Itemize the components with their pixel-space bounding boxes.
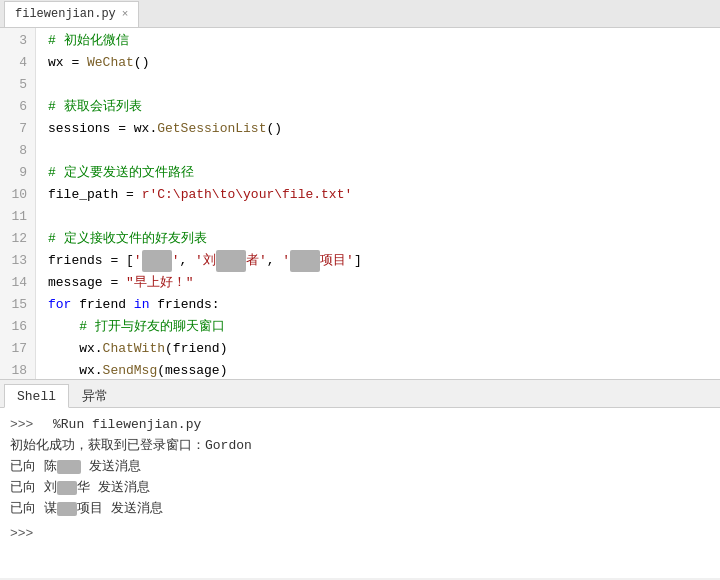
shell-run-line: >>> %Run filewenjian.py: [10, 414, 710, 435]
shell-output-3: 已向 刘华 发送消息: [10, 477, 710, 498]
panel-tabs: Shell 异常: [0, 380, 720, 408]
code-line-10: file_path = r'C:\path\to\your\file.txt': [48, 184, 720, 206]
shell-output-2: 已向 陈 发送消息: [10, 456, 710, 477]
shell-area[interactable]: >>> %Run filewenjian.py 初始化成功，获取到已登录窗口：G…: [0, 408, 720, 578]
line-numbers: 3 4 5 6 7 8 9 10 11 12 13 14 15 16 17 18…: [0, 28, 36, 379]
code-lines[interactable]: # 初始化微信 wx = WeChat() # 获取会话列表 sessions …: [36, 28, 720, 379]
shell-output-4: 已向 谋项目 发送消息: [10, 498, 710, 519]
shell-output-1: 初始化成功，获取到已登录窗口：Gordon: [10, 435, 710, 456]
shell-final-sym: >>>: [10, 523, 33, 544]
code-line-15: for friend in friends:: [48, 294, 720, 316]
shell-run-cmd: %Run filewenjian.py: [37, 414, 201, 435]
shell-prompt-sym: >>>: [10, 414, 33, 435]
code-line-3: # 初始化微信: [48, 30, 720, 52]
code-line-12: # 定义接收文件的好友列表: [48, 228, 720, 250]
code-line-7: sessions = wx.GetSessionList(): [48, 118, 720, 140]
code-line-6: # 获取会话列表: [48, 96, 720, 118]
tab-close-icon[interactable]: ×: [122, 8, 129, 20]
shell-final-prompt: >>>: [10, 523, 710, 544]
code-line-5: [48, 74, 720, 96]
code-line-13: friends = [' ', '刘 者', ' 项目']: [48, 250, 720, 272]
code-line-16: # 打开与好友的聊天窗口: [48, 316, 720, 338]
tab-label: filewenjian.py: [15, 7, 116, 21]
code-line-11: [48, 206, 720, 228]
code-line-14: message = "早上好！": [48, 272, 720, 294]
code-line-4: wx = WeChat(): [48, 52, 720, 74]
tab-shell[interactable]: Shell: [4, 384, 69, 408]
code-line-9: # 定义要发送的文件路径: [48, 162, 720, 184]
code-line-18: wx.SendMsg(message): [48, 360, 720, 379]
tab-exception[interactable]: 异常: [69, 383, 121, 407]
tab-exception-label: 异常: [82, 387, 108, 405]
code-editor: 3 4 5 6 7 8 9 10 11 12 13 14 15 16 17 18…: [0, 28, 720, 380]
file-tab[interactable]: filewenjian.py ×: [4, 1, 139, 27]
code-line-17: wx.ChatWith(friend): [48, 338, 720, 360]
tab-bar: filewenjian.py ×: [0, 0, 720, 28]
code-line-8: [48, 140, 720, 162]
tab-shell-label: Shell: [17, 389, 56, 404]
